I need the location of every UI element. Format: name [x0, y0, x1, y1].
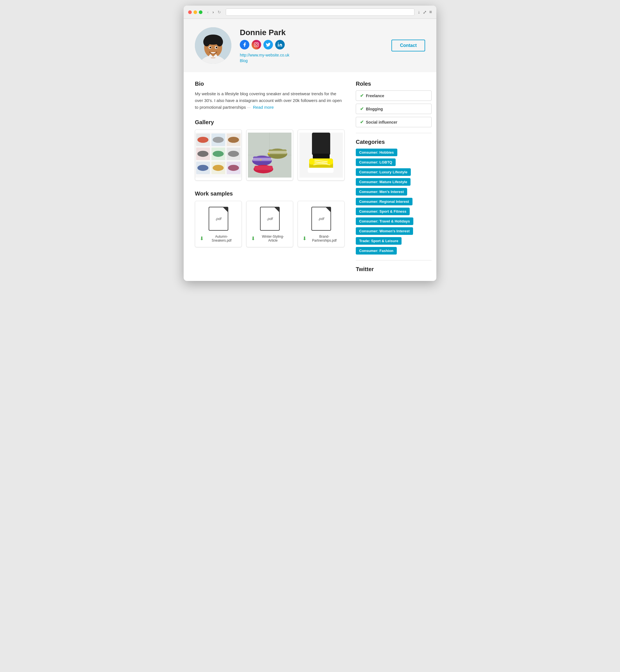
- traffic-lights: [188, 10, 202, 14]
- bio-text: My website is a lifestyle blog covering …: [195, 91, 345, 111]
- svg-point-36: [228, 165, 239, 171]
- category-tag-9[interactable]: Trade: Sport & Leisure: [356, 237, 402, 245]
- facebook-icon[interactable]: [240, 40, 249, 49]
- contact-button[interactable]: Contact: [392, 40, 425, 51]
- gallery-grid: ★ ★: [195, 130, 345, 181]
- back-button[interactable]: ‹: [206, 9, 210, 15]
- category-tag-4[interactable]: Consumer: Men's Interest: [356, 188, 407, 196]
- browser-window: ‹ › ↻ ↓ ⤢ ≡: [184, 6, 436, 281]
- category-tag-5[interactable]: Consumer: Regional Interest: [356, 198, 412, 205]
- svg-text:★: ★: [260, 159, 262, 161]
- file-name-3: Brand-Partnerships.pdf: [309, 235, 340, 242]
- work-samples-grid: .pdf ⬇ Autumn-Sneakers.pdf .pdf: [195, 201, 345, 247]
- gallery-section: Gallery: [195, 119, 345, 181]
- avatar: [195, 27, 231, 64]
- svg-point-30: [228, 137, 239, 143]
- category-tag-1[interactable]: Consumer: LGBTQ: [356, 158, 396, 166]
- categories-section: Categories Consumer: Hobbies Consumer: L…: [356, 139, 431, 254]
- gallery-item-1[interactable]: [195, 130, 242, 181]
- download-icon-2: ⬇: [251, 235, 255, 242]
- svg-point-28: [197, 137, 208, 143]
- svg-point-35: [213, 165, 223, 171]
- pdf-icon-1: .pdf: [209, 207, 228, 231]
- category-tag-2[interactable]: Consumer: Luxury Lifestyle: [356, 168, 411, 176]
- file-name-2: Winter-Styling-Article: [257, 235, 289, 242]
- browser-actions: ↓ ⤢ ≡: [418, 9, 432, 15]
- check-icon-3: ✔: [360, 119, 364, 125]
- bio-title: Bio: [195, 81, 345, 87]
- profile-header: Donnie Park http://www.my-website.co.uk …: [184, 19, 436, 72]
- minimize-button[interactable]: [194, 10, 197, 14]
- svg-point-29: [213, 137, 223, 143]
- download-row-2: ⬇ Winter-Styling-Article: [251, 235, 289, 242]
- svg-rect-48: [254, 166, 273, 170]
- menu-icon[interactable]: ≡: [429, 9, 432, 15]
- address-bar[interactable]: [226, 8, 414, 16]
- website-link[interactable]: http://www.my-website.co.uk: [240, 53, 425, 57]
- svg-rect-43: [252, 158, 272, 161]
- work-sample-2[interactable]: .pdf ⬇ Winter-Styling-Article: [246, 201, 293, 247]
- svg-point-17: [278, 43, 279, 44]
- gallery-title: Gallery: [195, 119, 345, 126]
- bio-section: Bio My website is a lifestyle blog cover…: [195, 81, 345, 111]
- browser-chrome: ‹ › ↻ ↓ ⤢ ≡: [184, 6, 436, 19]
- svg-point-15: [257, 43, 258, 44]
- role-blogging: ✔ Blogging: [356, 104, 431, 114]
- download-icon-3: ⬇: [302, 235, 307, 242]
- twitter-icon[interactable]: [263, 40, 273, 49]
- categories-title: Categories: [356, 139, 431, 145]
- read-more-link[interactable]: Read more: [253, 105, 274, 109]
- gallery-item-3[interactable]: [298, 130, 345, 181]
- profile-links: http://www.my-website.co.uk Blog: [240, 53, 425, 63]
- roles-section: Roles ✔ Freelance ✔ Blogging ✔ Social in…: [356, 81, 431, 127]
- file-name-1: Autumn-Sneakers.pdf: [206, 235, 237, 242]
- category-tag-0[interactable]: Consumer: Hobbies: [356, 149, 397, 156]
- svg-rect-56: [308, 168, 333, 173]
- svg-point-10: [209, 47, 211, 48]
- svg-rect-13: [254, 43, 259, 47]
- forward-button[interactable]: ›: [211, 9, 215, 15]
- divider-2: [356, 260, 431, 260]
- role-freelance: ✔ Freelance: [356, 91, 431, 101]
- work-samples-section: Work samples .pdf ⬇ Autumn-Sneakers.pdf: [195, 190, 345, 247]
- svg-point-33: [228, 151, 239, 157]
- svg-point-6: [203, 37, 210, 46]
- svg-rect-46: [268, 151, 287, 154]
- refresh-button[interactable]: ↻: [216, 9, 222, 15]
- download-row-3: ⬇ Brand-Partnerships.pdf: [302, 235, 340, 242]
- close-button[interactable]: [188, 10, 192, 14]
- download-icon[interactable]: ↓: [418, 9, 420, 15]
- linkedin-icon[interactable]: [275, 40, 285, 49]
- work-sample-3[interactable]: .pdf ⬇ Brand-Partnerships.pdf: [298, 201, 345, 247]
- twitter-title: Twitter: [356, 266, 431, 273]
- svg-point-31: [197, 151, 208, 157]
- twitter-section: Twitter: [356, 266, 431, 273]
- svg-rect-16: [278, 44, 279, 47]
- download-icon-1: ⬇: [200, 235, 204, 242]
- download-row-1: ⬇ Autumn-Sneakers.pdf: [200, 235, 237, 242]
- check-icon-2: ✔: [360, 106, 364, 111]
- maximize-button[interactable]: [199, 10, 202, 14]
- category-tag-6[interactable]: Consumer: Sport & Fitness: [356, 208, 410, 215]
- category-tag-3[interactable]: Consumer: Mature Lifestyle: [356, 178, 411, 186]
- ellipsis: ···: [247, 105, 251, 109]
- category-tag-10[interactable]: Consumer: Fashion: [356, 247, 397, 254]
- svg-point-7: [216, 37, 223, 46]
- category-tag-8[interactable]: Consumer: Women's Interest: [356, 227, 413, 235]
- pdf-icon-2: .pdf: [260, 207, 280, 231]
- profile-name: Donnie Park: [240, 28, 425, 37]
- svg-point-14: [255, 44, 257, 46]
- svg-rect-52: [312, 133, 330, 155]
- work-sample-1[interactable]: .pdf ⬇ Autumn-Sneakers.pdf: [195, 201, 242, 247]
- blog-link[interactable]: Blog: [240, 58, 425, 63]
- category-tags: Consumer: Hobbies Consumer: LGBTQ Consum…: [356, 149, 431, 254]
- instagram-icon[interactable]: [252, 40, 261, 49]
- category-tag-7[interactable]: Consumer: Travel & Holidays: [356, 218, 413, 225]
- pdf-icon-3: .pdf: [311, 207, 331, 231]
- svg-point-11: [216, 47, 217, 48]
- left-column: Bio My website is a lifestyle blog cover…: [195, 81, 345, 273]
- check-icon-1: ✔: [360, 93, 364, 98]
- gallery-item-2[interactable]: ★ ★: [246, 130, 293, 181]
- fullscreen-icon[interactable]: ⤢: [423, 9, 426, 15]
- svg-text:★: ★: [268, 152, 270, 155]
